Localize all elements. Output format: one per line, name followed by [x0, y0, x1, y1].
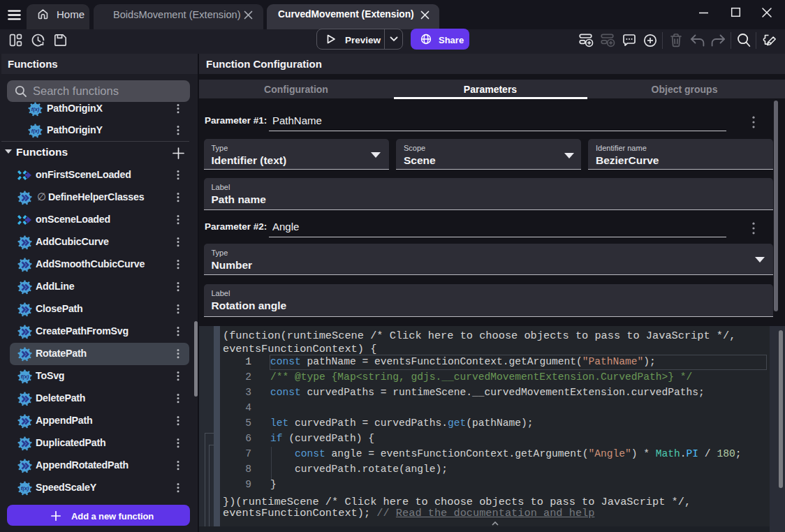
- svg-text:f(x): f(x): [21, 485, 29, 492]
- svg-text:f(x): f(x): [31, 106, 40, 112]
- svg-text:f(x): f(x): [31, 128, 40, 134]
- svg-text:f(x): f(x): [21, 374, 29, 380]
